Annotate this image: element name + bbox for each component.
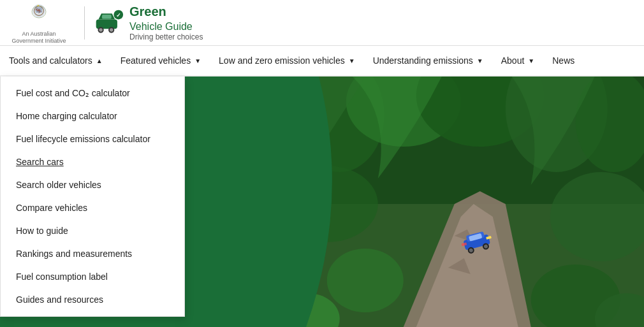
nav-understanding-emissions[interactable]: Understanding emissions ▼ xyxy=(364,46,492,75)
brand-car-icon: ✓ xyxy=(94,10,124,36)
dropdown-fuel-cost[interactable]: Fuel cost and CO₂ calculator xyxy=(1,82,184,105)
about-arrow-icon: ▼ xyxy=(528,57,534,64)
nav-featured-vehicles[interactable]: Featured vehicles ▼ xyxy=(112,46,210,75)
tools-dropdown-menu: Fuel cost and CO₂ calculator Home chargi… xyxy=(0,76,185,317)
site-header: 🦘 ★ An Australian Government Initiative … xyxy=(0,0,644,46)
dropdown-rankings[interactable]: Rankings and measurements xyxy=(1,242,184,265)
brand-name: Green Vehicle Guide xyxy=(129,4,203,33)
dropdown-compare[interactable]: Compare vehicles xyxy=(1,196,184,219)
nav-low-emission[interactable]: Low and zero emission vehicles ▼ xyxy=(210,46,364,75)
header-divider xyxy=(84,6,85,40)
brand-subtitle: Driving better choices xyxy=(129,33,203,41)
gov-label: An Australian Government Initiative xyxy=(10,31,68,45)
dropdown-fuel-label[interactable]: Fuel consumption label xyxy=(1,265,184,288)
svg-point-32 xyxy=(326,249,403,312)
gov-crest-icon: 🦘 ★ xyxy=(25,1,53,29)
nav-tools-calculators[interactable]: Tools and calculators ▲ xyxy=(0,46,112,75)
dropdown-search-cars[interactable]: Search cars xyxy=(1,150,184,173)
svg-point-8 xyxy=(99,28,103,32)
brand-text-block: Green Vehicle Guide Driving better choic… xyxy=(129,4,203,41)
dropdown-how-to[interactable]: How to guide xyxy=(1,219,184,242)
tools-arrow-icon: ▲ xyxy=(96,57,103,64)
dropdown-guides[interactable]: Guides and resources xyxy=(1,288,184,311)
dropdown-search-older[interactable]: Search older vehicles xyxy=(1,173,184,196)
understanding-arrow-icon: ▼ xyxy=(477,57,483,64)
dropdown-fuel-lifecycle[interactable]: Fuel lifecycle emissions calculator xyxy=(1,127,184,150)
svg-point-10 xyxy=(110,28,113,32)
featured-arrow-icon: ▼ xyxy=(194,57,201,64)
svg-rect-11 xyxy=(102,15,112,18)
gov-logo: 🦘 ★ An Australian Government Initiative xyxy=(10,1,68,45)
low-emission-arrow-icon: ▼ xyxy=(349,57,355,64)
svg-text:✓: ✓ xyxy=(116,11,121,18)
main-navigation: Tools and calculators ▲ Featured vehicle… xyxy=(0,46,644,76)
nav-news[interactable]: News xyxy=(543,46,583,75)
brand-logo[interactable]: ✓ Green Vehicle Guide Driving better cho… xyxy=(94,4,203,41)
dropdown-home-charging[interactable]: Home charging calculator xyxy=(1,105,184,127)
nav-about[interactable]: About ▼ xyxy=(492,46,544,75)
hero-image xyxy=(290,76,645,327)
svg-rect-6 xyxy=(96,19,117,29)
svg-rect-3 xyxy=(36,7,42,13)
